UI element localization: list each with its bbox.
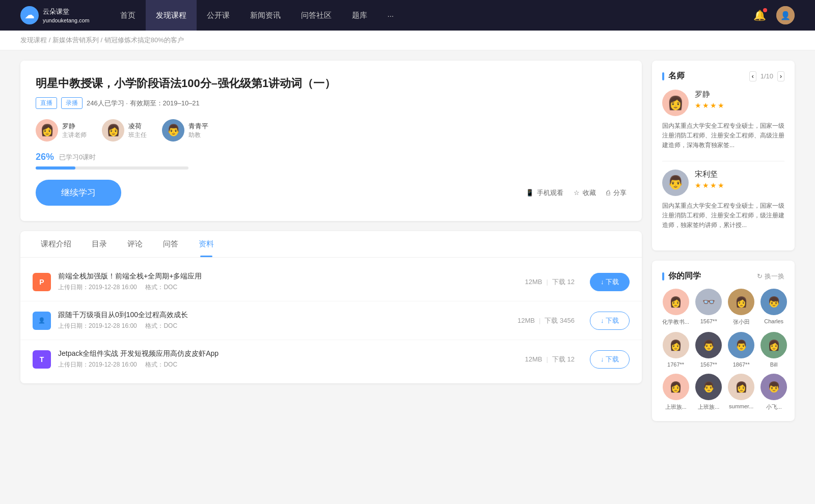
- student-7: 👨 1867**: [728, 332, 754, 368]
- student-11: 👩 summer...: [728, 374, 754, 411]
- tab-catalog[interactable]: 目录: [82, 231, 117, 257]
- share-icon: ⎙: [606, 189, 610, 197]
- breadcrumb-link-1[interactable]: 发现课程: [20, 36, 47, 44]
- teacher-2-name: 凌荷: [128, 122, 147, 131]
- teacher-panel-2-name: 宋利坚: [695, 170, 725, 179]
- tab-review[interactable]: 评论: [117, 231, 153, 257]
- student-5-avatar: 👩: [663, 332, 689, 358]
- resource-3-stats: 12MB | 下载 12: [525, 355, 574, 364]
- students-panel: 你的同学 ↻ 换一换 👩 化学教书... 👓 1567** 👩: [652, 261, 795, 421]
- resource-1-format: 格式：DOC: [145, 284, 177, 291]
- student-1-name: 化学教书...: [662, 318, 689, 326]
- student-8-name: Bill: [770, 361, 778, 368]
- progress-percent: 26%: [36, 152, 54, 162]
- teacher-2-role: 班主任: [128, 131, 147, 139]
- teachers-prev-btn[interactable]: ‹: [749, 71, 756, 81]
- teachers-row: 👩 罗静 主讲老师 👩 凌荷 班主任: [36, 119, 627, 142]
- student-1: 👩 化学教书...: [662, 289, 689, 326]
- nav-right: 🔔 👤: [753, 6, 795, 24]
- teacher-3-role: 助教: [188, 131, 208, 139]
- tab-resources[interactable]: 资料: [188, 231, 224, 257]
- teachers-panel: 名师 ‹ 1/10 › 👩 罗静 ★★★★ 国内: [652, 61, 795, 250]
- resource-item-1: P 前端全栈加强版！前端全栈+全周期+多端应用 上传日期：2019-12-28 …: [20, 263, 642, 301]
- teachers-page: 1/10: [760, 72, 773, 80]
- student-4: 👦 Charles: [760, 289, 787, 326]
- logo-text: 云朵课堂yundouketang.com: [43, 7, 90, 24]
- tabs-header: 课程介绍 目录 评论 问答 资料: [20, 231, 642, 258]
- main-layout: 明星中教授课，小学阶段语法100分–强化级第1讲动词（一） 直播 录播 246人…: [0, 50, 815, 441]
- nav-qa[interactable]: 问答社区: [291, 0, 342, 31]
- teacher-1-avatar: 👩: [36, 119, 58, 142]
- teachers-panel-header: 名师 ‹ 1/10 ›: [662, 71, 784, 81]
- resource-2-format: 格式：DOC: [145, 322, 177, 329]
- progress-sub: 已学习0课时: [59, 153, 96, 162]
- teacher-panel-1-avatar: 👩: [662, 90, 689, 116]
- student-3: 👩 张小田: [728, 289, 754, 326]
- nav-more[interactable]: ···: [377, 0, 404, 31]
- star-icon: ☆: [574, 189, 580, 197]
- mobile-icon: 📱: [526, 189, 534, 197]
- nav-quiz[interactable]: 题库: [342, 0, 377, 31]
- teachers-panel-title: 名师: [662, 71, 685, 81]
- user-avatar[interactable]: 👤: [776, 6, 795, 24]
- student-6: 👨 1567**: [695, 332, 722, 368]
- download-button-1[interactable]: ↓ 下载: [590, 273, 630, 291]
- refresh-button[interactable]: ↻ 换一换: [757, 272, 784, 281]
- breadcrumb-link-2[interactable]: 新媒体营销系列: [52, 36, 99, 44]
- nav-open[interactable]: 公开课: [197, 0, 240, 31]
- resource-list: P 前端全栈加强版！前端全栈+全周期+多端应用 上传日期：2019-12-28 …: [20, 258, 642, 383]
- teacher-panel-1-name: 罗静: [695, 90, 725, 99]
- teacher-panel-1: 👩 罗静 ★★★★ 国内某重点大学安全工程专业硕士，国家一级注册消防工程师、注册…: [662, 90, 784, 151]
- teacher-3-name: 青青平: [188, 122, 208, 131]
- breadcrumb: 发现课程 / 新媒体营销系列 / 销冠修炼术搞定80%的客户: [0, 31, 815, 50]
- student-11-name: summer...: [729, 403, 753, 409]
- tag-record: 录播: [61, 97, 83, 109]
- download-button-2[interactable]: ↓ 下载: [590, 312, 630, 330]
- nav-items: 首页 发现课程 公开课 新闻资讯 问答社区 题库 ···: [110, 0, 754, 31]
- teacher-panel-2-stars: ★★★★: [695, 181, 725, 189]
- student-4-name: Charles: [764, 318, 783, 324]
- student-5: 👩 1767**: [662, 332, 689, 368]
- navbar: ☁ 云朵课堂yundouketang.com 首页 发现课程 公开课 新闻资讯 …: [0, 0, 815, 31]
- share-button[interactable]: ⎙ 分享: [606, 188, 627, 198]
- continue-button[interactable]: 继续学习: [36, 180, 121, 206]
- resource-icon-2: 👤: [33, 312, 51, 330]
- download-button-3[interactable]: ↓ 下载: [590, 350, 630, 369]
- student-7-avatar: 👨: [728, 332, 754, 358]
- student-6-avatar: 👨: [695, 332, 722, 358]
- tabs-card: 课程介绍 目录 评论 问答 资料 P 前端全栈加强版！前端全栈+全周期+多端应用…: [20, 231, 642, 383]
- action-row: 继续学习 📱 手机观看 ☆ 收藏 ⎙ 分享: [36, 180, 627, 206]
- mobile-view-button[interactable]: 📱 手机观看: [526, 188, 563, 198]
- student-12: 👦 小飞...: [760, 374, 787, 411]
- students-panel-header: 你的同学 ↻ 换一换: [662, 271, 784, 282]
- student-2: 👓 1567**: [695, 289, 722, 326]
- student-2-avatar: 👓: [695, 289, 722, 315]
- teachers-next-btn[interactable]: ›: [777, 71, 784, 81]
- refresh-icon: ↻: [757, 272, 763, 280]
- student-4-avatar: 👦: [760, 289, 787, 315]
- nav-news[interactable]: 新闻资讯: [240, 0, 291, 31]
- tab-intro[interactable]: 课程介绍: [31, 231, 82, 257]
- progress-section: 26% 已学习0课时: [36, 152, 627, 170]
- student-11-avatar: 👩: [728, 374, 754, 400]
- student-3-name: 张小田: [733, 318, 750, 326]
- resource-3-date: 上传日期：2019-12-28 16:00: [58, 361, 137, 368]
- collect-button[interactable]: ☆ 收藏: [574, 188, 596, 198]
- nav-discover[interactable]: 发现课程: [146, 0, 197, 31]
- progress-bar-bg: [36, 166, 188, 170]
- logo[interactable]: ☁ 云朵课堂yundouketang.com: [20, 6, 90, 24]
- course-tags: 直播 录播 246人已学习 · 有效期至：2019–10–21: [36, 97, 627, 109]
- teacher-3-avatar: 👨: [162, 119, 184, 142]
- student-10-avatar: 👨: [695, 374, 722, 400]
- teacher-1: 👩 罗静 主讲老师: [36, 119, 87, 142]
- bell-icon[interactable]: 🔔: [753, 9, 766, 21]
- resource-1-stats: 12MB | 下载 12: [525, 277, 574, 287]
- teacher-3: 👨 青青平 助教: [162, 119, 208, 142]
- divider: [662, 161, 784, 161]
- resource-2-date: 上传日期：2019-12-28 16:00: [58, 322, 137, 329]
- student-1-avatar: 👩: [663, 289, 689, 315]
- nav-home[interactable]: 首页: [110, 0, 146, 31]
- course-card: 明星中教授课，小学阶段语法100分–强化级第1讲动词（一） 直播 录播 246人…: [20, 61, 642, 221]
- progress-bar-fill: [36, 166, 75, 170]
- tab-qa[interactable]: 问答: [153, 231, 188, 257]
